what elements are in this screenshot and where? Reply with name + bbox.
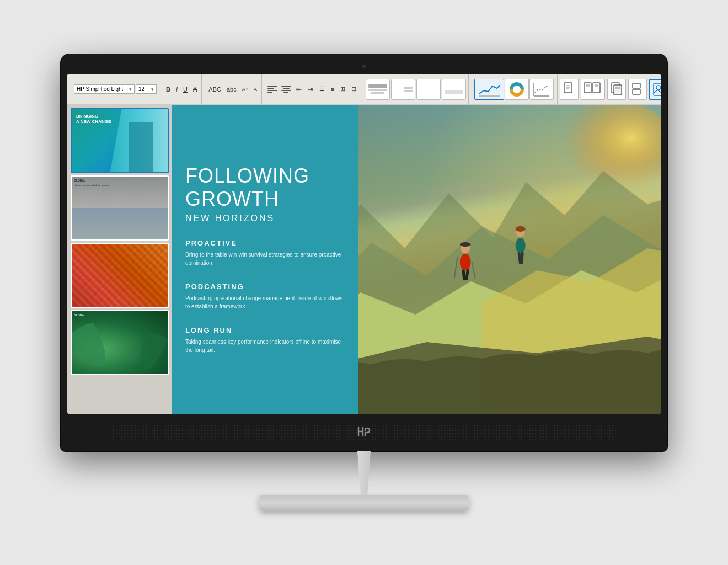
font-size-label: 12 bbox=[138, 86, 144, 92]
section1-title: PROACTIVE bbox=[185, 239, 345, 247]
uppercase-button[interactable]: ABC bbox=[206, 84, 223, 94]
slide4-label: GLOBAL bbox=[74, 313, 85, 317]
right-toolbar-group bbox=[560, 79, 661, 100]
section1-body: Bring to the table win-win survival stra… bbox=[185, 250, 345, 267]
text-format-group: B I U A bbox=[162, 74, 202, 104]
italic-button[interactable]: I bbox=[174, 84, 180, 94]
slide-section-podcasting: PODCASTING Podcasting operational change… bbox=[185, 282, 345, 311]
camera-dot bbox=[362, 65, 366, 68]
slide-left-panel: FOLLOWING GROWTH NEW HORIZONS PROACTIVE … bbox=[172, 105, 358, 414]
svg-point-36 bbox=[515, 226, 525, 232]
slide-thumbnail-3[interactable] bbox=[71, 243, 169, 308]
svg-point-28 bbox=[459, 242, 470, 247]
line-chart-button[interactable] bbox=[474, 79, 504, 100]
svg-rect-5 bbox=[564, 83, 572, 93]
indent-button2[interactable]: ⇥ bbox=[306, 84, 315, 95]
document-icon-4[interactable] bbox=[628, 79, 647, 100]
slide-thumbnail-1[interactable]: BRINGINGA NEW CHANGE bbox=[71, 108, 169, 173]
font-dropdown-arrow[interactable]: ▾ bbox=[129, 87, 132, 92]
slide-section-longrun: LONG RUN Taking seamless key performance… bbox=[185, 326, 345, 354]
layout-box-2[interactable] bbox=[391, 79, 415, 100]
svg-rect-9 bbox=[584, 83, 591, 93]
camera-bar bbox=[67, 61, 661, 72]
font-selector[interactable]: HP Simplified Light ▾ bbox=[74, 84, 135, 94]
svg-rect-16 bbox=[614, 85, 622, 95]
font-size-selector[interactable]: 12 ▾ bbox=[136, 84, 157, 94]
slide1-text: BRINGINGA NEW CHANGE bbox=[76, 114, 111, 125]
strikethrough-button[interactable]: A bbox=[191, 84, 199, 94]
donut-chart-button[interactable] bbox=[505, 79, 529, 100]
lowercase-button[interactable]: abc bbox=[224, 84, 239, 94]
content-area: BRINGINGA NEW CHANGE GLOBAL bbox=[67, 105, 661, 414]
alignment-group: ⇤ ⇥ ☰ ≡ ⊞ ⊟ bbox=[264, 74, 361, 104]
document-icon-2[interactable] bbox=[581, 79, 605, 100]
layout-box-1[interactable] bbox=[366, 79, 390, 100]
screen: HP Simplified Light ▾ 12 ▾ B I U A bbox=[67, 74, 661, 414]
scatter-chart-button[interactable] bbox=[529, 79, 554, 100]
monitor-wrapper: HP Simplified Light ▾ 12 ▾ B I U A bbox=[61, 54, 667, 511]
mountain-scene-svg bbox=[358, 105, 661, 414]
toolbar-row1: HP Simplified Light ▾ 12 ▾ B I U A bbox=[67, 74, 661, 105]
main-slide: FOLLOWING GROWTH NEW HORIZONS PROACTIVE … bbox=[172, 105, 661, 414]
font-group: HP Simplified Light ▾ 12 ▾ bbox=[72, 74, 159, 104]
slide-subheading: NEW HORIZONS bbox=[185, 214, 345, 223]
align-left-button[interactable] bbox=[266, 84, 279, 94]
align-center-button[interactable] bbox=[280, 84, 292, 94]
svg-point-22 bbox=[656, 86, 661, 90]
slide-section-proactive: PROACTIVE Bring to the table win-win sur… bbox=[185, 239, 345, 267]
section2-title: PODCASTING bbox=[185, 282, 345, 291]
list-button3[interactable]: ⊞ bbox=[338, 84, 347, 94]
document-icon-3[interactable] bbox=[607, 79, 626, 100]
font-name-label: HP Simplified Light bbox=[77, 86, 123, 92]
svg-point-26 bbox=[459, 254, 470, 270]
layout-box-4[interactable] bbox=[442, 79, 466, 100]
slide-thumbnail-2[interactable]: GLOBAL Lorem text placeholder content bbox=[71, 175, 169, 241]
slide-heading-line2: GROWTH bbox=[185, 188, 345, 210]
bold-button[interactable]: B bbox=[164, 84, 173, 94]
stand-neck bbox=[347, 451, 381, 495]
svg-point-2 bbox=[513, 86, 520, 93]
slide-heading: FOLLOWING GROWTH NEW HORIZONS bbox=[185, 164, 345, 223]
svg-rect-19 bbox=[633, 83, 640, 88]
superscript-button[interactable]: A2 bbox=[240, 85, 250, 94]
layout-boxes-group bbox=[363, 74, 469, 104]
list-button1[interactable]: ☰ bbox=[317, 84, 327, 94]
stand-base bbox=[259, 495, 469, 511]
strikethrough-icon: A bbox=[193, 86, 197, 93]
size-dropdown-arrow[interactable]: ▾ bbox=[151, 87, 154, 92]
slide-heading-line1: FOLLOWING bbox=[185, 164, 345, 187]
section3-body: Taking seamless key performance indicato… bbox=[185, 338, 345, 354]
indent-button1[interactable]: ⇤ bbox=[294, 84, 304, 95]
slide-thumbnail-4[interactable]: GLOBAL bbox=[71, 310, 169, 375]
svg-rect-10 bbox=[593, 83, 600, 93]
underline-button[interactable]: U bbox=[181, 84, 190, 94]
svg-point-34 bbox=[515, 238, 525, 253]
subscript-button[interactable]: A bbox=[251, 85, 259, 94]
slide-photo-area bbox=[358, 105, 661, 414]
svg-rect-20 bbox=[633, 89, 640, 94]
photo-button[interactable] bbox=[649, 79, 661, 100]
section3-title: LONG RUN bbox=[185, 326, 345, 334]
document-icon-1[interactable] bbox=[560, 79, 579, 100]
list-button4[interactable]: ⊟ bbox=[349, 84, 358, 94]
layout-box-3[interactable] bbox=[416, 79, 441, 100]
hp-logo bbox=[356, 426, 372, 439]
speaker-bar bbox=[67, 414, 661, 451]
slide-main-content: FOLLOWING GROWTH NEW HORIZONS PROACTIVE … bbox=[172, 105, 661, 414]
chart-group bbox=[471, 74, 558, 104]
monitor-body: HP Simplified Light ▾ 12 ▾ B I U A bbox=[61, 54, 667, 451]
section2-body: Podcasting operational change management… bbox=[185, 294, 345, 311]
list-button2[interactable]: ≡ bbox=[329, 84, 336, 94]
case-format-group: ABC abc A2 A bbox=[204, 74, 262, 104]
slides-panel[interactable]: BRINGINGA NEW CHANGE GLOBAL bbox=[67, 105, 172, 414]
